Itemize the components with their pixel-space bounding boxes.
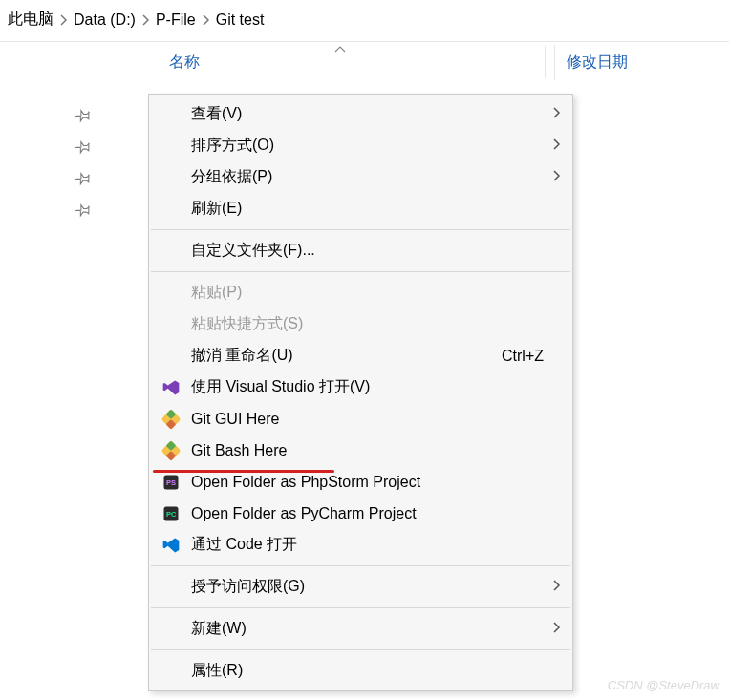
- pin-icon: [75, 107, 92, 127]
- phpstorm-icon: PS: [161, 472, 182, 493]
- menu-label: 授予访问权限(G): [191, 577, 559, 597]
- menu-properties[interactable]: 属性(R): [149, 655, 572, 687]
- menu-label: 查看(V): [191, 104, 559, 124]
- pin-icon: [75, 170, 92, 190]
- blank-icon: [161, 577, 191, 598]
- chevron-right-icon: [552, 169, 561, 186]
- menu-label: 使用 Visual Studio 打开(V): [191, 377, 559, 397]
- svg-text:PC: PC: [166, 509, 177, 518]
- menu-sort[interactable]: 排序方式(O): [149, 130, 572, 161]
- column-divider[interactable]: [545, 46, 546, 78]
- menu-open-pycharm[interactable]: PC Open Folder as PyCharm Project: [149, 498, 572, 529]
- menu-open-visual-studio[interactable]: 使用 Visual Studio 打开(V): [149, 371, 572, 403]
- menu-separator: [151, 229, 570, 230]
- menu-label: 分组依据(P): [191, 167, 559, 187]
- blank-icon: [161, 283, 191, 304]
- watermark: CSDN @SteveDraw: [608, 678, 719, 692]
- chevron-right-icon: [552, 138, 561, 155]
- menu-grant-access[interactable]: 授予访问权限(G): [149, 571, 572, 603]
- menu-customize-folder[interactable]: 自定义文件夹(F)...: [149, 235, 572, 266]
- blank-icon: [161, 167, 191, 188]
- menu-separator: [151, 271, 570, 272]
- visual-studio-icon: [161, 377, 182, 398]
- git-icon: [161, 440, 182, 461]
- menu-separator: [151, 607, 570, 608]
- chevron-right-icon: [552, 106, 561, 123]
- breadcrumb: 此电脑 Data (D:) P-File Git test: [0, 0, 729, 39]
- vscode-icon: [161, 535, 182, 556]
- pinned-items: [75, 107, 92, 222]
- menu-label: 自定义文件夹(F)...: [191, 241, 559, 261]
- blank-icon: [161, 241, 191, 262]
- menu-git-gui[interactable]: Git GUI Here: [149, 403, 572, 435]
- menu-shortcut: Ctrl+Z: [502, 348, 559, 365]
- breadcrumb-item[interactable]: P-File: [156, 11, 196, 29]
- menu-paste: 粘贴(P): [149, 277, 572, 308]
- blank-icon: [161, 199, 191, 220]
- menu-label: 新建(W): [191, 619, 559, 639]
- pin-icon: [75, 138, 92, 159]
- menu-label: 属性(R): [191, 661, 559, 681]
- menu-separator: [151, 565, 570, 566]
- breadcrumb-item[interactable]: Data (D:): [74, 11, 136, 29]
- menu-separator: [151, 649, 570, 650]
- context-menu: 查看(V) 排序方式(O) 分组依据(P) 刷新(E) 自定义文件夹(F)...…: [148, 94, 573, 691]
- menu-label: 撤消 重命名(U): [191, 346, 502, 366]
- menu-view[interactable]: 查看(V): [149, 98, 572, 130]
- column-headers: 名称 修改日期: [0, 42, 729, 82]
- blank-icon: [161, 104, 191, 125]
- pycharm-icon: PC: [161, 503, 182, 524]
- blank-icon: [161, 136, 191, 157]
- chevron-right-icon[interactable]: [202, 14, 210, 26]
- menu-refresh[interactable]: 刷新(E): [149, 193, 572, 224]
- git-icon: [161, 409, 182, 430]
- breadcrumb-item[interactable]: 此电脑: [8, 10, 54, 30]
- chevron-right-icon: [552, 579, 561, 596]
- blank-icon: [161, 661, 191, 682]
- menu-open-vscode[interactable]: 通过 Code 打开: [149, 529, 572, 561]
- column-date-header[interactable]: 修改日期: [554, 45, 639, 80]
- menu-label: Open Folder as PhpStorm Project: [191, 474, 559, 491]
- menu-label: 刷新(E): [191, 199, 559, 219]
- annotation-underline: [153, 470, 334, 473]
- pin-icon: [75, 202, 92, 222]
- svg-text:PS: PS: [166, 477, 176, 486]
- menu-paste-shortcut: 粘贴快捷方式(S): [149, 308, 572, 340]
- column-name-header[interactable]: 名称: [158, 45, 211, 80]
- menu-label: 排序方式(O): [191, 136, 559, 156]
- menu-label: 粘贴(P): [191, 283, 559, 303]
- menu-group[interactable]: 分组依据(P): [149, 161, 572, 193]
- breadcrumb-item[interactable]: Git test: [216, 11, 265, 29]
- blank-icon: [161, 314, 191, 335]
- menu-label: 通过 Code 打开: [191, 535, 559, 555]
- menu-label: Git GUI Here: [191, 411, 559, 428]
- menu-label: 粘贴快捷方式(S): [191, 314, 559, 334]
- menu-git-bash[interactable]: Git Bash Here: [149, 435, 572, 466]
- menu-label: Git Bash Here: [191, 442, 559, 459]
- menu-new[interactable]: 新建(W): [149, 613, 572, 645]
- chevron-right-icon[interactable]: [141, 14, 150, 26]
- menu-undo-rename[interactable]: 撤消 重命名(U) Ctrl+Z: [149, 340, 572, 371]
- sort-caret-icon: [334, 42, 346, 55]
- menu-label: Open Folder as PyCharm Project: [191, 505, 559, 522]
- chevron-right-icon[interactable]: [59, 14, 68, 26]
- chevron-right-icon: [552, 621, 561, 638]
- blank-icon: [161, 619, 191, 640]
- blank-icon: [161, 346, 191, 367]
